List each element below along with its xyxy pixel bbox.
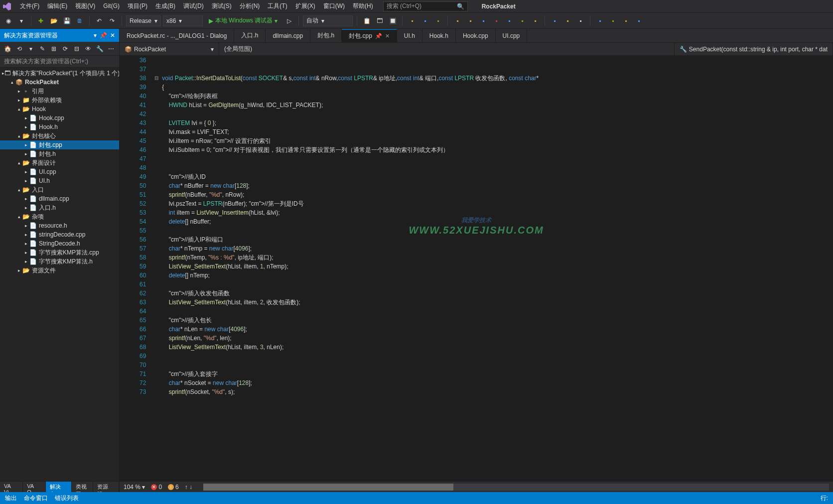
menu-item[interactable]: 调试(D): [179, 1, 208, 11]
refresh-button[interactable]: ⟳: [60, 44, 70, 54]
tree-item[interactable]: ▸📄UI.h: [0, 176, 119, 185]
tree-item[interactable]: ▴📂入口: [0, 185, 119, 194]
document-tab[interactable]: Hook.cpp: [456, 29, 496, 43]
document-tab[interactable]: UI.cpp: [496, 29, 528, 43]
document-tab[interactable]: 封包.cpp📌✕: [342, 29, 397, 43]
properties-button[interactable]: 🔧: [95, 44, 105, 54]
close-icon[interactable]: ✕: [110, 32, 115, 39]
open-button[interactable]: 📂: [48, 15, 59, 26]
quick-search-input[interactable]: 搜索 (Ctrl+Q)🔍: [383, 1, 468, 11]
tree-item[interactable]: ▸📄stringDecode.cpp: [0, 230, 119, 239]
tree-item[interactable]: ▴📂封包核心: [0, 131, 119, 140]
document-tab[interactable]: RockPacket.rc - ..._DIALOG1 - Dialog: [120, 29, 234, 43]
tool-button[interactable]: ✎: [37, 44, 47, 54]
solution-tree[interactable]: ▸🗔解决方案"RockPacket"(1 个项目/共 1 个)▴📦RockPac…: [0, 68, 119, 481]
tool-button[interactable]: 🔲: [387, 15, 398, 26]
tree-item[interactable]: ▸📄Hook.h: [0, 123, 119, 131]
menu-item[interactable]: 帮助(H): [349, 1, 377, 11]
toolbar-icon[interactable]: ▪: [575, 15, 586, 26]
toolbar-icon[interactable]: ▪: [407, 15, 417, 26]
home-button[interactable]: 🏠: [3, 44, 12, 54]
status-errors[interactable]: 错误列表: [55, 494, 79, 503]
nav-arrows[interactable]: ↑ ↓: [185, 484, 192, 491]
tree-item[interactable]: ▸📄入口.h: [0, 203, 119, 212]
nav-project[interactable]: 📦 RockPacket▾: [120, 43, 219, 55]
status-cmd[interactable]: 命令窗口: [24, 494, 48, 503]
save-button[interactable]: 💾: [61, 15, 72, 26]
status-line[interactable]: 行:: [821, 494, 828, 503]
tool-button[interactable]: 🗔: [374, 15, 385, 26]
tree-item[interactable]: ▸📄字节搜索KMP算法.h: [0, 257, 119, 266]
tree-item[interactable]: ▸📄封包.h: [0, 149, 119, 158]
toolbar-icon[interactable]: ▪: [549, 15, 560, 26]
tree-search-input[interactable]: 搜索解决方案资源管理器(Ctrl+;): [0, 56, 119, 68]
menu-item[interactable]: 生成(B): [151, 1, 179, 11]
tree-item[interactable]: ▴📂Hook: [0, 105, 119, 114]
sidebar-tab[interactable]: VA Vi…: [0, 482, 23, 492]
menu-item[interactable]: 编辑(E): [43, 1, 71, 11]
mode-combo[interactable]: 自动▾: [303, 15, 353, 26]
menu-item[interactable]: 测试(S): [208, 1, 236, 11]
zoom-level[interactable]: 104 % ▾: [124, 484, 145, 491]
document-tab[interactable]: 封包.h: [310, 29, 342, 43]
menu-item[interactable]: 工具(T): [264, 1, 291, 11]
document-tab[interactable]: 入口.h: [234, 29, 266, 43]
tree-item[interactable]: ▸📁外部依赖项: [0, 96, 119, 105]
toolbar-icon[interactable]: ▪: [504, 15, 515, 26]
pin-icon[interactable]: 📌: [375, 33, 382, 39]
tree-item[interactable]: ▸📂资源文件: [0, 266, 119, 275]
sync-button[interactable]: ⟲: [14, 44, 24, 54]
nav-back-button[interactable]: ◉: [3, 15, 14, 26]
menu-item[interactable]: 项目(P): [124, 1, 151, 11]
menu-item[interactable]: Git(G): [99, 1, 124, 11]
close-icon[interactable]: ✕: [385, 33, 390, 39]
status-output[interactable]: 输出: [5, 494, 17, 503]
redo-button[interactable]: ↷: [107, 15, 118, 26]
tree-item[interactable]: ▸📄字节搜索KMP算法.cpp: [0, 248, 119, 257]
nav-scope[interactable]: (全局范围): [219, 43, 675, 55]
tree-item[interactable]: ▸📄resource.h: [0, 221, 119, 230]
sidebar-tab[interactable]: 类视图: [72, 482, 93, 492]
solution-name[interactable]: RockPacket: [478, 1, 520, 11]
config-combo[interactable]: Release▾: [126, 15, 161, 26]
new-button[interactable]: ✚: [35, 15, 46, 26]
toolbar-icon[interactable]: ▪: [452, 15, 463, 26]
collapse-button[interactable]: ⊟: [72, 44, 82, 54]
toolbar-icon[interactable]: ▪: [419, 15, 430, 26]
toolbar-icon[interactable]: ▪: [478, 15, 489, 26]
tree-item[interactable]: ▴📂杂项: [0, 212, 119, 221]
platform-combo[interactable]: x86▾: [163, 15, 203, 26]
h-scrollbar[interactable]: [203, 484, 829, 491]
undo-button[interactable]: ↶: [94, 15, 105, 26]
toolbar-icon[interactable]: ▪: [620, 15, 631, 26]
document-tab[interactable]: UI.h: [397, 29, 422, 43]
menu-item[interactable]: 文件(F): [16, 1, 43, 11]
tool-button[interactable]: ▾: [26, 44, 35, 54]
save-all-button[interactable]: 🗎: [74, 15, 85, 26]
toolbar-icon[interactable]: ▪: [562, 15, 573, 26]
toolbar-icon[interactable]: ▪: [607, 15, 618, 26]
menu-item[interactable]: 分析(N): [236, 1, 264, 11]
sidebar-tab[interactable]: VA O…: [23, 482, 46, 492]
sidebar-tab[interactable]: 资源视…: [93, 482, 119, 492]
toolbar-icon[interactable]: ▪: [594, 15, 605, 26]
toolbar-icon[interactable]: ▪: [530, 15, 541, 26]
tree-item[interactable]: ▴📂界面设计: [0, 158, 119, 167]
toolbar-icon[interactable]: ▪: [491, 15, 502, 26]
error-count[interactable]: ✕0: [151, 484, 162, 491]
tree-item[interactable]: ▸📄封包.cpp: [0, 140, 119, 149]
pin-icon[interactable]: 📌: [100, 32, 107, 39]
tree-item[interactable]: ▸▫引用: [0, 87, 119, 96]
tree-item[interactable]: ▸🗔解决方案"RockPacket"(1 个项目/共 1 个): [0, 69, 119, 78]
tree-item[interactable]: ▸📄dllmain.cpp: [0, 194, 119, 203]
tree-item[interactable]: ▸📄UI.cpp: [0, 167, 119, 176]
tool-button[interactable]: ⊞: [49, 44, 58, 54]
toolbar-icon[interactable]: ▪: [432, 15, 443, 26]
tool-button[interactable]: 📋: [361, 15, 372, 26]
code-editor[interactable]: 3637383940414243444546474849505152535455…: [120, 56, 833, 481]
warning-count[interactable]: !6: [168, 484, 179, 491]
menu-item[interactable]: 视图(V): [71, 1, 99, 11]
nav-fwd-button[interactable]: ▾: [16, 15, 27, 26]
toolbar-icon[interactable]: ▪: [517, 15, 528, 26]
document-tab[interactable]: Hook.h: [422, 29, 456, 43]
